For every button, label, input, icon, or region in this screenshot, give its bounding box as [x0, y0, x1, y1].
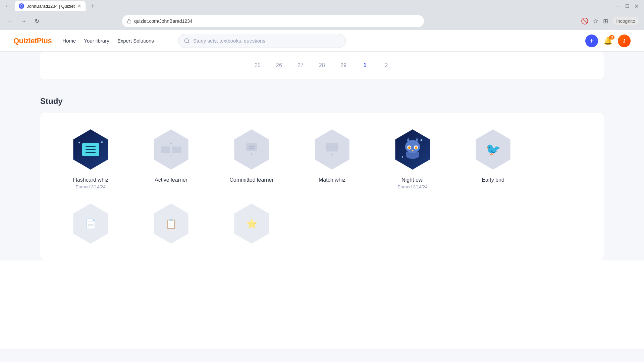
- badge-flashcard-whiz[interactable]: ✦ ✦ Flashcard whiz Earned 2/14/24: [60, 126, 121, 189]
- top-nav: QuizletPlus Home Your library Expert Sol…: [0, 30, 644, 52]
- svg-rect-0: [127, 21, 131, 23]
- active-learner-label: Active learner: [155, 177, 187, 183]
- early-bird-icon: 🐦: [470, 126, 517, 173]
- early-bird-label: Early bird: [482, 177, 504, 183]
- badge-r2-2-icon: 📋: [148, 200, 195, 247]
- eye-off-icon: 🚫: [581, 17, 588, 25]
- user-avatar[interactable]: J: [618, 35, 631, 47]
- new-tab-button[interactable]: +: [88, 1, 98, 11]
- flashcard-whiz-earned: Earned 2/14/24: [76, 184, 106, 189]
- badge-committed-learner[interactable]: ✦ Committed learner: [221, 126, 282, 183]
- nav-back[interactable]: ←: [5, 16, 15, 26]
- cal-day-26[interactable]: 26: [272, 60, 286, 71]
- committed-learner-icon: ✦: [228, 126, 275, 173]
- url-text: quizlet.com/JohnBarad1234: [134, 18, 193, 24]
- badges-row-2: 📄 📋: [60, 200, 584, 247]
- badge-match-whiz[interactable]: ✦ Match whiz: [302, 126, 362, 183]
- flashcard-whiz-icon: ✦ ✦: [67, 126, 114, 173]
- logo-text: QuizletPlus: [13, 37, 52, 45]
- minimize-button[interactable]: ─: [616, 3, 620, 9]
- cal-day-25[interactable]: 25: [251, 60, 264, 71]
- notification-badge: 3: [609, 35, 614, 40]
- lock-icon: [127, 19, 131, 23]
- browser-right-icons: 🚫 ☆ ⊞ Incognito: [581, 17, 639, 25]
- close-button[interactable]: ✕: [634, 3, 639, 9]
- profile-icon[interactable]: Incognito: [613, 17, 639, 25]
- bookmark-icon[interactable]: ☆: [593, 17, 598, 25]
- cal-day-28[interactable]: 28: [315, 60, 329, 71]
- badge-r2-1[interactable]: 📄: [60, 200, 121, 247]
- logo[interactable]: QuizletPlus: [13, 37, 52, 45]
- night-owl-icon: ✦ ✦: [389, 126, 436, 173]
- cal-day-1[interactable]: 1: [358, 60, 372, 71]
- active-learner-icon: ✦ ✦: [148, 126, 195, 173]
- badges-row-1: ✦ ✦ Flashcard whiz Earned 2/14/24: [60, 126, 584, 189]
- browser-tab[interactable]: Q JohnBarad1234 | Quizlet ✕: [15, 1, 86, 11]
- nav-refresh[interactable]: ↻: [32, 16, 42, 26]
- committed-learner-label: Committed learner: [229, 177, 274, 183]
- cal-day-29[interactable]: 29: [337, 60, 350, 71]
- search-placeholder: Study sets, textbooks, questions: [193, 38, 265, 44]
- extension-icon[interactable]: ⊞: [603, 17, 608, 25]
- nav-your-library[interactable]: Your library: [84, 38, 109, 44]
- calendar-strip: 25 26 27 28 29 1 2: [40, 52, 604, 79]
- calendar-days: 25 26 27 28 29 1 2: [54, 60, 590, 71]
- study-section-title: Study: [40, 90, 604, 106]
- nav-home[interactable]: Home: [62, 38, 76, 44]
- study-section: Study: [40, 90, 604, 260]
- tab-close-button[interactable]: ✕: [77, 3, 82, 9]
- badge-r2-1-icon: 📄: [67, 200, 114, 247]
- cal-day-27[interactable]: 27: [294, 60, 307, 71]
- window-controls: ─ □ ✕: [616, 3, 641, 9]
- badge-early-bird[interactable]: 🐦 Early bird: [463, 126, 523, 183]
- match-whiz-icon: ✦: [309, 126, 356, 173]
- badge-r2-3[interactable]: ⭐: [221, 200, 282, 247]
- flashcard-whiz-label: Flashcard whiz: [73, 177, 109, 183]
- cal-day-2[interactable]: 2: [380, 60, 393, 71]
- badge-night-owl[interactable]: ✦ ✦ Night owl Earned 2/14/24: [382, 126, 443, 189]
- nav-links: Home Your library Expert Solutions: [62, 38, 154, 44]
- notifications-button[interactable]: 🔔 3: [603, 37, 612, 45]
- tab-favicon: Q: [19, 3, 24, 9]
- night-owl-label: Night owl: [401, 177, 424, 183]
- badge-r2-3-icon: ⭐: [228, 200, 275, 247]
- nav-right: + 🔔 3 J: [585, 35, 631, 47]
- search-bar[interactable]: Study sets, textbooks, questions: [178, 34, 346, 48]
- back-button[interactable]: ←: [3, 1, 12, 11]
- night-owl-earned: Earned 2/14/24: [398, 184, 428, 189]
- nav-expert-solutions[interactable]: Expert Solutions: [117, 38, 154, 44]
- svg-line-2: [188, 42, 189, 43]
- svg-point-1: [184, 39, 189, 43]
- badge-active-learner[interactable]: ✦ ✦: [141, 126, 201, 183]
- main-content: 25 26 27 28 29 1 2 Study: [0, 52, 644, 260]
- badges-card: ✦ ✦ Flashcard whiz Earned 2/14/24: [40, 113, 604, 260]
- badge-r2-2[interactable]: 📋: [141, 200, 201, 247]
- nav-forward[interactable]: →: [19, 16, 28, 26]
- search-icon: [184, 38, 190, 44]
- maximize-button[interactable]: □: [626, 3, 629, 9]
- address-bar[interactable]: quizlet.com/JohnBarad1234: [122, 15, 424, 27]
- match-whiz-label: Match whiz: [319, 177, 345, 183]
- tab-title: JohnBarad1234 | Quizlet: [27, 4, 75, 9]
- create-button[interactable]: +: [585, 35, 598, 47]
